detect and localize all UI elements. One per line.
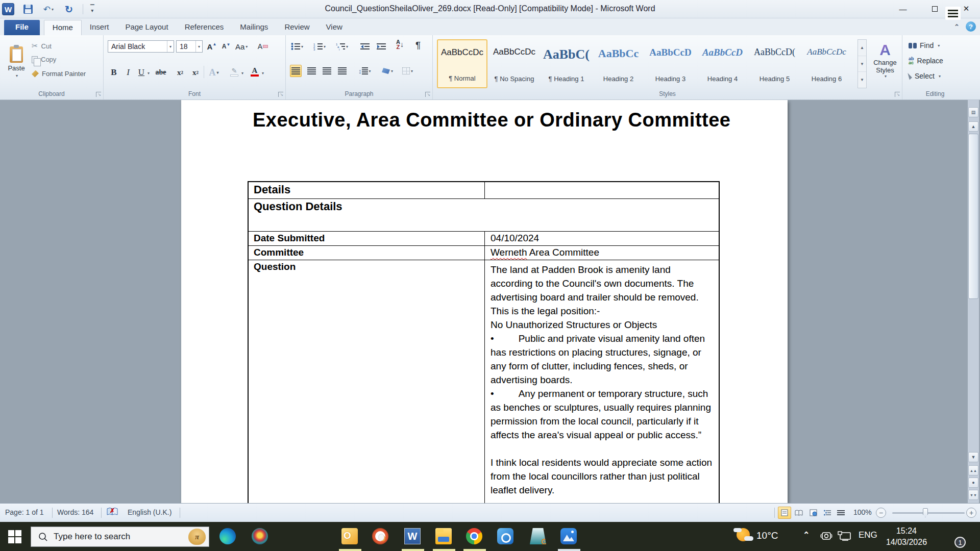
italic-button[interactable]: I (122, 66, 134, 79)
zoom-slider-track[interactable] (892, 512, 965, 514)
web-layout-view-icon[interactable] (806, 507, 820, 519)
sort-button[interactable]: AZ ↓ (395, 38, 405, 51)
font-size-combo[interactable]: 18 ▾ (176, 40, 203, 53)
style-heading-1[interactable]: AaBbC(¶ Heading 1 (541, 39, 592, 88)
clock[interactable]: 15:24 14/03/2026 (877, 525, 936, 548)
full-screen-reading-view-icon[interactable] (792, 507, 805, 519)
style-normal[interactable]: AaBbCcDc¶ Normal (437, 39, 487, 88)
justify-button[interactable] (337, 65, 348, 77)
proofing-errors-icon[interactable]: ✗ (106, 507, 118, 519)
font-color-button[interactable]: A (249, 65, 261, 78)
weather-icon[interactable] (737, 528, 750, 541)
paste-button[interactable]: Paste ▾ (4, 39, 29, 85)
taskbar-app-file-explorer[interactable] (435, 528, 453, 545)
highlight-dropdown-icon[interactable]: ▾ (241, 71, 243, 76)
align-center-button[interactable] (306, 65, 317, 77)
subscript-button[interactable]: x2 (174, 66, 186, 79)
styles-dialog-launcher[interactable]: ↘ (895, 92, 900, 97)
language-indicator[interactable]: English (U.K.) (128, 508, 172, 516)
show-paragraph-marks-button[interactable]: ¶ (414, 39, 422, 52)
zoom-in-icon[interactable]: + (966, 508, 976, 518)
help-icon[interactable]: ? (966, 21, 976, 32)
style-heading-5[interactable]: AaBbCcD(Heading 5 (749, 39, 800, 88)
restore-button[interactable] (926, 2, 943, 15)
shading-button[interactable]: ▾ (381, 65, 394, 77)
previous-page-icon[interactable]: ▲▲ (968, 465, 978, 475)
ribbon-tab-view[interactable]: View (318, 20, 351, 35)
ruler-toggle-icon[interactable]: ▤ (968, 107, 978, 117)
taskbar-app-outlook-new[interactable] (497, 528, 514, 545)
word-count[interactable]: Words: 164 (57, 508, 93, 516)
scroll-down-icon[interactable]: ▼ (968, 452, 978, 462)
action-center-icon[interactable] (945, 7, 961, 20)
style-heading-6[interactable]: AaBbCcDcHeading 6 (801, 39, 852, 88)
network-tray-icon[interactable] (837, 531, 851, 543)
style-no-spacing[interactable]: AaBbCcDc¶ No Spacing (489, 39, 540, 88)
font-family-combo[interactable]: Arial Black ▾ (108, 40, 174, 53)
align-right-button[interactable] (322, 65, 332, 77)
document-page[interactable]: Executive, Area Committee or Ordinary Co… (181, 100, 788, 503)
font-color-dropdown-icon[interactable]: ▾ (262, 71, 264, 76)
outline-view-icon[interactable] (821, 507, 834, 519)
language-tray-indicator[interactable]: ENG (859, 530, 877, 540)
align-left-button[interactable] (290, 65, 302, 77)
ribbon-tab-file[interactable]: File (4, 20, 40, 35)
ribbon-tab-review[interactable]: Review (276, 20, 317, 35)
zoom-slider-thumb[interactable] (923, 508, 928, 517)
styles-scroll-up-icon[interactable]: ▲ (858, 40, 866, 56)
taskbar-app-media-app[interactable] (252, 528, 269, 545)
camera-tray-icon[interactable] (820, 531, 832, 543)
style-heading-4[interactable]: AaBbCcDHeading 4 (697, 39, 748, 88)
style-heading-3[interactable]: AaBbCcDHeading 3 (645, 39, 696, 88)
page-indicator[interactable]: Page: 1 of 1 (5, 508, 44, 516)
select-button[interactable]: Select▾ (909, 72, 941, 80)
line-spacing-button[interactable]: ↕▾ (357, 65, 372, 77)
clipboard-dialog-launcher[interactable]: ↘ (96, 92, 101, 97)
vertical-scrollbar[interactable]: ▤ ▲ ▼ ▲▲ ● ▼▼ (968, 100, 979, 503)
pie-icon[interactable]: π (188, 529, 206, 545)
paragraph-dialog-launcher[interactable]: ↘ (425, 92, 430, 97)
style-heading-2[interactable]: AaBbCcHeading 2 (593, 39, 644, 88)
change-styles-button[interactable]: A Change Styles ▾ (870, 39, 900, 90)
taskbar-app-word[interactable] (404, 528, 422, 545)
grow-font-button[interactable]: A▲ (206, 40, 218, 53)
ribbon-tab-home[interactable]: Home (44, 20, 82, 35)
multilevel-list-button[interactable]: 1ai ▾ (335, 40, 349, 53)
clear-formatting-button[interactable]: A (257, 40, 269, 53)
taskbar-app-edge[interactable] (219, 528, 237, 545)
text-effects-button[interactable]: A▾ (208, 66, 220, 79)
taskbar-app-duckduckgo[interactable] (372, 528, 389, 545)
tray-chevron-up-icon[interactable]: ⌃ (803, 530, 810, 540)
minimize-button[interactable]: — (894, 2, 912, 15)
ribbon-tab-mailings[interactable]: Mailings (232, 20, 276, 35)
styles-scroll-down-icon[interactable]: ▼ (858, 56, 866, 72)
borders-button[interactable]: ▾ (401, 65, 414, 77)
underline-button[interactable]: U (135, 66, 148, 79)
ribbon-tab-insert[interactable]: Insert (82, 20, 117, 35)
zoom-level[interactable]: 100% (853, 508, 872, 516)
format-painter-button[interactable]: Format Painter (32, 70, 86, 78)
taskbar-app-outlook-classic[interactable] (341, 528, 359, 545)
increase-indent-button[interactable] (376, 40, 387, 53)
bold-button[interactable]: B (108, 66, 120, 79)
start-button[interactable] (7, 529, 22, 544)
shrink-font-button[interactable]: A▼ (220, 40, 232, 53)
replace-button[interactable]: abac Replace (909, 57, 943, 65)
search-input[interactable]: Type here to search π (31, 527, 209, 547)
weather-temperature[interactable]: 10°C (756, 530, 778, 541)
taskbar-app-chrome[interactable] (466, 528, 483, 545)
copy-button[interactable]: Copy (32, 56, 56, 63)
find-button[interactable]: Find▾ (909, 41, 940, 49)
minimize-ribbon-icon[interactable]: ⌃ (954, 23, 960, 31)
scroll-up-icon[interactable]: ▲ (968, 121, 978, 132)
highlight-color-button[interactable]: ✎ (228, 65, 240, 78)
taskbar-app-photos[interactable] (560, 528, 578, 545)
font-dialog-launcher[interactable]: ↘ (278, 92, 283, 97)
zoom-out-icon[interactable]: − (876, 508, 886, 518)
ribbon-tab-page-layout[interactable]: Page Layout (117, 20, 176, 35)
underline-dropdown-icon[interactable]: ▾ (148, 71, 150, 76)
scrollbar-thumb[interactable] (968, 134, 978, 299)
select-browse-object-icon[interactable]: ● (968, 478, 978, 488)
cut-button[interactable]: ✂ Cut (32, 41, 52, 51)
strikethrough-button[interactable]: abe (155, 66, 167, 79)
